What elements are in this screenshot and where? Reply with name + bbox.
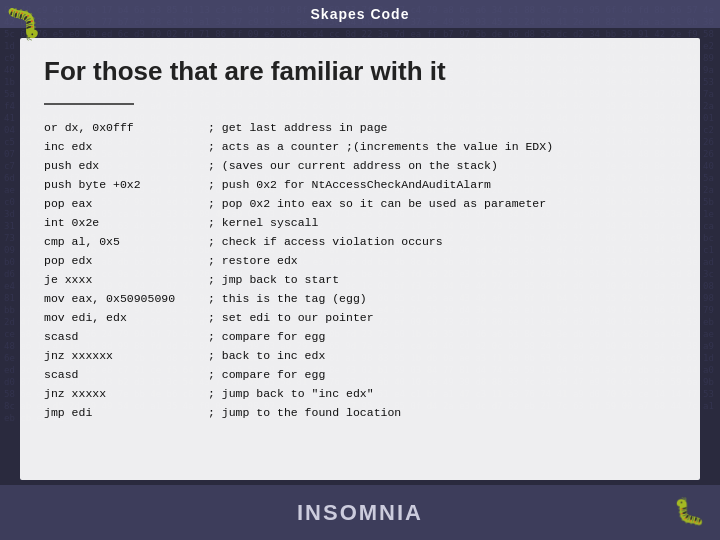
code-instruction: scasd [44,366,204,385]
code-line: jnz xxxxxx; back to inc edx [44,347,676,366]
code-instruction: jnz xxxxx [44,385,204,404]
header-bar: Skapes Code [0,0,720,28]
code-line: jmp edi; jump to the found location [44,404,676,423]
code-line: or dx, 0x0fff; get last address in page [44,119,676,138]
code-line: push edx; (saves our current address on … [44,157,676,176]
white-panel: For those that are familiar with it or d… [20,38,700,480]
code-instruction: pop edx [44,252,204,271]
code-line: je xxxx; jmp back to start [44,271,676,290]
code-instruction: push byte +0x2 [44,176,204,195]
code-comment: ; check if access violation occurs [208,233,443,252]
code-instruction: cmp al, 0x5 [44,233,204,252]
code-comment: ; pop 0x2 into eax so it can be used as … [208,195,546,214]
code-comment: ; restore edx [208,252,298,271]
code-comment: ; jmp back to start [208,271,339,290]
code-instruction: int 0x2e [44,214,204,233]
code-line: mov edi, edx; set edi to our pointer [44,309,676,328]
code-comment: ; push 0x2 for NtAccessCheckAndAuditAlar… [208,176,491,195]
code-line: pop eax; pop 0x2 into eax so it can be u… [44,195,676,214]
code-comment: ; get last address in page [208,119,387,138]
code-instruction: mov eax, 0x50905090 [44,290,204,309]
code-comment: ; compare for egg [208,366,325,385]
code-instruction: pop eax [44,195,204,214]
code-instruction: or dx, 0x0fff [44,119,204,138]
code-comment: ; jump back to "inc edx" [208,385,374,404]
code-line: cmp al, 0x5; check if access violation o… [44,233,676,252]
code-line: scasd; compare for egg [44,366,676,385]
code-comment: ; set edi to our pointer [208,309,374,328]
code-comment: ; this is the tag (egg) [208,290,367,309]
heading-underline [44,103,134,105]
code-comment: ; acts as a counter ;(increments the val… [208,138,553,157]
main-content: For those that are familiar with it or d… [0,28,720,540]
page-heading: For those that are familiar with it [44,56,676,87]
code-comment: ; compare for egg [208,328,325,347]
code-instruction: scasd [44,328,204,347]
footer-bar: INSOMNIA [0,485,720,540]
code-line: push byte +0x2; push 0x2 for NtAccessChe… [44,176,676,195]
code-line: int 0x2e; kernel syscall [44,214,676,233]
header-title: Skapes Code [311,6,410,22]
footer-logo: INSOMNIA [297,500,423,526]
code-line: jnz xxxxx; jump back to "inc edx" [44,385,676,404]
code-instruction: inc edx [44,138,204,157]
code-line: scasd; compare for egg [44,328,676,347]
code-comment: ; kernel syscall [208,214,318,233]
bug-icon-topleft: 🐛 [5,5,42,42]
code-line: inc edx; acts as a counter ;(increments … [44,138,676,157]
code-comment: ; back to inc edx [208,347,325,366]
code-instruction: mov edi, edx [44,309,204,328]
code-block: or dx, 0x0fff; get last address in pagei… [44,119,676,423]
code-instruction: je xxxx [44,271,204,290]
code-instruction: push edx [44,157,204,176]
bug-icon-bottomright: 🐛 [673,496,705,528]
code-instruction: jnz xxxxxx [44,347,204,366]
code-instruction: jmp edi [44,404,204,423]
code-comment: ; jump to the found location [208,404,401,423]
code-line: pop edx; restore edx [44,252,676,271]
code-comment: ; (saves our current address on the stac… [208,157,498,176]
code-line: mov eax, 0x50905090; this is the tag (eg… [44,290,676,309]
